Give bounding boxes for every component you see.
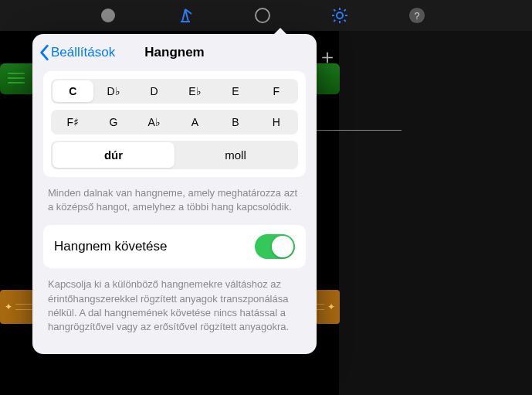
key-row-2: F♯GA♭ABH [51, 110, 298, 135]
callout-line [317, 130, 402, 131]
svg-point-1 [337, 12, 343, 19]
top-toolbar: ? [0, 0, 532, 31]
add-button[interactable]: ＋ [317, 43, 337, 70]
key-description: Minden dalnak van hangneme, amely meghat… [32, 183, 317, 225]
key-G[interactable]: G [93, 111, 134, 133]
key-B[interactable]: B [215, 111, 256, 133]
follow-description: Kapcsolja ki a különböző hangnemekre vál… [32, 274, 317, 345]
follow-key-toggle[interactable] [255, 234, 295, 259]
hamburger-icon[interactable] [8, 70, 25, 87]
key-F[interactable]: F [256, 80, 296, 102]
gear-icon[interactable] [324, 0, 355, 31]
key-popover: Beállítások Hangnem CD♭DE♭EF F♯GA♭ABH dú… [32, 34, 317, 354]
mode-major[interactable]: dúr [53, 142, 175, 168]
loop-icon[interactable] [247, 0, 278, 31]
key-D[interactable]: D [134, 80, 175, 102]
svg-point-0 [256, 9, 269, 22]
key-Dflat[interactable]: D♭ [93, 80, 134, 102]
back-button[interactable]: Beállítások [39, 44, 115, 61]
key-E[interactable]: E [215, 80, 256, 102]
follow-key-label: Hangnem követése [54, 239, 167, 254]
back-label: Beállítások [51, 45, 115, 60]
key-Aflat[interactable]: A♭ [134, 111, 175, 133]
mode-minor[interactable]: moll [175, 142, 296, 168]
key-card: CD♭DE♭EF F♯GA♭ABH dúr moll [43, 71, 306, 177]
mode-row: dúr moll [51, 141, 298, 169]
key-Fsharp[interactable]: F♯ [53, 111, 93, 133]
help-icon[interactable]: ? [402, 0, 432, 31]
key-H[interactable]: H [256, 111, 296, 133]
key-Eflat[interactable]: E♭ [175, 80, 215, 102]
svg-text:?: ? [414, 10, 419, 22]
slider-icon[interactable] [93, 0, 124, 31]
key-C[interactable]: C [53, 80, 93, 102]
popover-title: Hangnem [144, 45, 204, 60]
metronome-icon[interactable] [170, 0, 201, 31]
follow-key-row: Hangnem követése [43, 225, 306, 268]
key-A[interactable]: A [175, 111, 215, 133]
key-row-1: CD♭DE♭EF [51, 79, 298, 104]
